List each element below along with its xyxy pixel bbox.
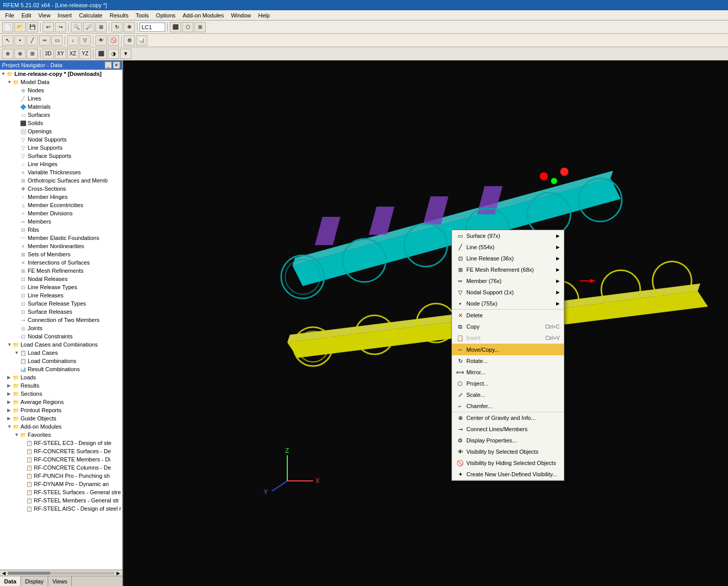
tree-variable-thicknesses[interactable]: ≡ Variable Thicknesses [0, 168, 122, 176]
tree-result-combinations[interactable]: 📊 Result Combinations [0, 365, 122, 373]
ctx-display-props[interactable]: ⚙ Display Properties... [452, 435, 564, 446]
tree-average-regions[interactable]: ▶ 📁 Average Regions [0, 398, 122, 406]
menu-view[interactable]: View [35, 11, 54, 19]
tree-loads[interactable]: ▶ 📁 Loads [0, 373, 122, 381]
ctx-surface[interactable]: ▭ Surface (97x) ▶ [452, 230, 564, 241]
tree-line-hinges[interactable]: ○ Line Hinges [0, 160, 122, 168]
tree-load-cases[interactable]: ▼ 📋 Load Cases [0, 349, 122, 357]
tree-surfaces[interactable]: ▭ Surfaces [0, 111, 122, 119]
ctx-rotate[interactable]: ↻ Rotate... [452, 355, 564, 367]
tree-intersections[interactable]: ✕ Intersections of Surfaces [0, 258, 122, 267]
ctx-move-copy[interactable]: ↔ Move/Copy... [452, 344, 564, 355]
ctx-scale[interactable]: ⤢ Scale... [452, 389, 564, 400]
tree-surface-supports[interactable]: ▽ Surface Supports [0, 152, 122, 160]
tree-fe-mesh[interactable]: ⊞ FE Mesh Refinements [0, 267, 122, 275]
tree-surface-release-types[interactable]: ⊡ Surface Release Types [0, 299, 122, 308]
scroll-left-btn[interactable]: ◀ [2, 571, 6, 576]
scroll-right-btn[interactable]: ▶ [116, 571, 120, 576]
tree-guide-objects[interactable]: ▶ 📁 Guide Objects [0, 414, 122, 422]
tree-lines[interactable]: ╱ Lines [0, 94, 122, 103]
tree-solids[interactable]: ⬛ Solids [0, 119, 122, 127]
canvas-area[interactable]: X Z Y ▭ Surface (97x) ▶ [123, 60, 728, 586]
tree-nodes[interactable]: ⊕ Nodes [0, 86, 122, 94]
scroll-thumb[interactable] [8, 572, 50, 575]
tree-members[interactable]: ═ Members [0, 217, 122, 226]
tree-root[interactable]: ▼ 📁 Line-release-copy * [Downloads] [0, 70, 122, 78]
show-btn[interactable]: 👁 [95, 35, 107, 46]
ctx-visibility-hide[interactable]: 🚫 Visibility by Hiding Selected Objects [452, 457, 564, 469]
tree-joints[interactable]: ◎ Joints [0, 324, 122, 332]
tree-member-elastic[interactable]: 〰 Member Elastic Foundations [0, 234, 122, 242]
zoom-out-btn[interactable]: 🔎 [83, 22, 94, 32]
calc-btn[interactable]: ⚙ [124, 35, 135, 46]
view-yz[interactable]: YZ [80, 49, 91, 59]
results-btn[interactable]: 📊 [136, 35, 147, 46]
member-btn[interactable]: ═ [39, 35, 50, 46]
ctx-mirror[interactable]: ⟺ Mirror... [452, 367, 564, 378]
menu-help[interactable]: Help [255, 11, 273, 19]
view-3d[interactable]: 3D [43, 49, 54, 59]
tree-member-nonlinear[interactable]: ≠ Member Nonlinearities [0, 242, 122, 250]
menu-options[interactable]: Options [153, 11, 179, 19]
tree-addon[interactable]: ▼ 📁 Add-on Modules [0, 422, 122, 431]
tree-line-release-types[interactable]: ⊡ Line Release Types [0, 283, 122, 291]
tree-rf-concrete-surf[interactable]: 📋 RF-CONCRETE Surfaces - De [0, 447, 122, 455]
ctx-fe-mesh[interactable]: ⊞ FE Mesh Refinement (68x) ▶ [452, 264, 564, 275]
ctx-copy[interactable]: ⧉ Copy Ctrl+C [452, 321, 564, 332]
tree-rf-steel-surf[interactable]: 📋 RF-STEEL Surfaces - General stre [0, 488, 122, 496]
load-btn[interactable]: ↓ [67, 35, 78, 46]
ctx-delete[interactable]: ✕ Delete [452, 310, 564, 321]
tree-materials[interactable]: 🔷 Materials [0, 103, 122, 111]
tree-rf-punch[interactable]: 📋 RF-PUNCH Pro - Punching sh [0, 472, 122, 480]
support-btn[interactable]: ▽ [80, 35, 91, 46]
rotate-btn[interactable]: ↻ [111, 22, 123, 32]
save-btn[interactable]: 💾 [27, 22, 38, 32]
tree-rf-steel-aisc[interactable]: 📋 RF-STEEL AISC - Design of steel r [0, 504, 122, 513]
menu-tools[interactable]: Tools [132, 11, 152, 19]
tree-member-divisions[interactable]: ÷ Member Divisions [0, 209, 122, 217]
select-btn[interactable]: ↖ [2, 35, 13, 46]
ctx-visibility-sel[interactable]: 👁 Visibility by Selected Objects [452, 446, 564, 457]
tab-views[interactable]: Views [48, 576, 72, 586]
tree-orthotropic[interactable]: ⊞ Orthotropic Surfaces and Memb [0, 176, 122, 185]
more-btn[interactable]: ▼ [120, 49, 131, 59]
tree-load-cases-combo[interactable]: ▼ 📁 Load Cases and Combinations [0, 340, 122, 349]
menu-window[interactable]: Window [228, 11, 254, 19]
wire-btn[interactable]: ⬡ [182, 22, 193, 32]
undo-btn[interactable]: ↩ [43, 22, 54, 32]
render-mode[interactable]: ⬛ [95, 49, 107, 59]
tree-rf-steel-ec3[interactable]: 📋 RF-STEEL EC3 - Design of ste [0, 439, 122, 447]
tree-surface-releases[interactable]: ⊡ Surface Releases [0, 308, 122, 316]
tree-member-eccentricities[interactable]: ⊥ Member Eccentricities [0, 201, 122, 209]
tree-rf-dynam[interactable]: 📋 RF-DYNAM Pro - Dynamic an [0, 480, 122, 488]
tree-favorites[interactable]: ▼ 📁 Favorites [0, 431, 122, 439]
grid-btn[interactable]: ⊞ [194, 22, 206, 32]
ctx-nodal-support[interactable]: ▽ Nodal Support (1x) ▶ [452, 287, 564, 298]
menu-calculate[interactable]: Calculate [76, 11, 106, 19]
tree-ribs[interactable]: ⊟ Ribs [0, 226, 122, 234]
tree-nodal-releases[interactable]: ⊡ Nodal Releases [0, 275, 122, 283]
tree-printout-reports[interactable]: ▶ 📁 Printout Reports [0, 406, 122, 414]
tree-nodal-supports[interactable]: ▽ Nodal Supports [0, 135, 122, 144]
tree-sections[interactable]: ▶ 📁 Sections [0, 390, 122, 398]
tree-rf-steel-mem[interactable]: 📋 RF-STEEL Members - General str [0, 496, 122, 504]
ctx-chamfer[interactable]: ⌐ Chamfer... [452, 400, 564, 412]
snap-grid[interactable]: ⊞ [27, 49, 38, 59]
hide-btn[interactable]: 🚫 [108, 35, 119, 46]
ctx-cg[interactable]: ⊕ Center of Gravity and Info... [452, 412, 564, 423]
line-btn[interactable]: ╱ [27, 35, 38, 46]
ctx-line-release[interactable]: ⊡ Line Release (36x) ▶ [452, 253, 564, 264]
tree-container[interactable]: ▼ 📁 Line-release-copy * [Downloads] ▼ 📁 … [0, 70, 122, 570]
view-xy[interactable]: XY [55, 49, 66, 59]
tab-display[interactable]: Display [21, 576, 48, 586]
ctx-line[interactable]: ╱ Line (554x) ▶ [452, 241, 564, 253]
menu-file[interactable]: File [2, 11, 17, 19]
ctx-node[interactable]: • Node (755x) ▶ [452, 298, 564, 309]
zoom-all-btn[interactable]: ⊞ [95, 22, 107, 32]
pan-btn[interactable]: ✥ [124, 22, 135, 32]
menu-results[interactable]: Results [107, 11, 132, 19]
snap-line[interactable]: ⊗ [14, 49, 26, 59]
menu-insert[interactable]: Insert [54, 11, 75, 19]
tree-rf-concrete-mem[interactable]: 📋 RF-CONCRETE Members - Di [0, 455, 122, 463]
panel-minimize-btn[interactable]: _ [105, 62, 112, 69]
